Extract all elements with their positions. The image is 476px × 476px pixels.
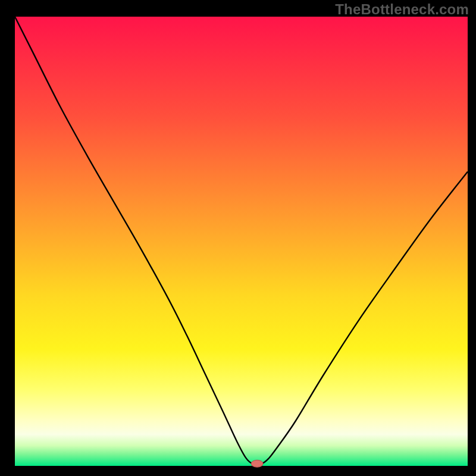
optimal-marker xyxy=(251,460,263,467)
plot-background xyxy=(15,17,468,466)
bottleneck-chart xyxy=(0,0,476,476)
watermark-text: TheBottleneck.com xyxy=(335,1,469,18)
chart-container: { "watermark": "TheBottleneck.com", "col… xyxy=(0,0,476,476)
